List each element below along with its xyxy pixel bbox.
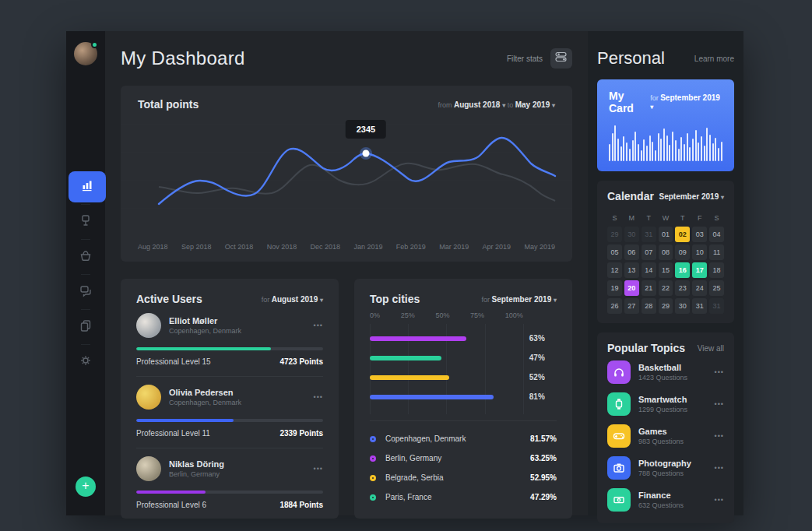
- sidebar-item-signpost[interactable]: [66, 206, 105, 237]
- user-meta: Elliot MøllerCopenhagen, Denmark: [169, 316, 314, 335]
- page-title: My Dashboard: [121, 47, 245, 69]
- filter-stats-label[interactable]: Filter stats: [507, 55, 543, 63]
- user-progress-fill: [136, 347, 271, 350]
- sidebar-item-settings[interactable]: [66, 346, 105, 378]
- calendar-day[interactable]: 22: [659, 280, 673, 296]
- topic-item[interactable]: Finance632 Questions•••: [607, 486, 724, 514]
- calendar-day[interactable]: 31: [642, 227, 656, 242]
- more-menu-icon[interactable]: •••: [314, 393, 323, 401]
- calendar-day[interactable]: 04: [709, 227, 724, 242]
- more-menu-icon[interactable]: •••: [715, 464, 724, 472]
- user-meta: Olivia PedersenCopenhagen, Denmark: [169, 388, 314, 406]
- learn-more-link[interactable]: Learn more: [694, 55, 734, 63]
- headphones-icon: [607, 360, 631, 384]
- x-axis-label: Mar 2019: [439, 243, 469, 251]
- calendar-day[interactable]: 16: [675, 262, 690, 278]
- topic-name: Games: [638, 427, 715, 436]
- legend-dot-icon: [370, 455, 376, 462]
- my-card-bar: [672, 132, 673, 161]
- calendar-day[interactable]: 24: [692, 280, 707, 296]
- period-selector[interactable]: August 2019 ▾: [272, 295, 323, 304]
- more-menu-icon[interactable]: •••: [314, 322, 323, 329]
- calendar-day[interactable]: 01: [659, 227, 673, 242]
- calendar-day[interactable]: 18: [709, 262, 724, 278]
- from-selector[interactable]: August 2018 ▾: [454, 100, 505, 109]
- sidebar-item-dashboard[interactable]: [69, 171, 106, 202]
- chevron-down-icon: ▾: [721, 194, 724, 201]
- calendar-day[interactable]: 20: [624, 280, 639, 296]
- user-avatar[interactable]: [74, 42, 97, 65]
- calendar-day[interactable]: 06: [624, 244, 639, 260]
- topic-item[interactable]: Basketball1423 Questions•••: [607, 358, 724, 386]
- calendar-day-header: S: [709, 212, 724, 224]
- x-axis-label: Sep 2018: [181, 243, 212, 251]
- my-card-bar: [701, 136, 702, 161]
- calendar-day[interactable]: 27: [624, 298, 639, 314]
- axis-tick-label: 50%: [435, 311, 449, 319]
- sidebar-item-messages[interactable]: [66, 276, 105, 308]
- calendar-day[interactable]: 30: [675, 298, 690, 314]
- add-button[interactable]: +: [76, 476, 96, 497]
- more-menu-icon[interactable]: •••: [715, 368, 724, 376]
- period-selector[interactable]: September 2019 ▾: [491, 295, 557, 304]
- topic-item[interactable]: Photography788 Questions•••: [607, 454, 724, 482]
- to-selector[interactable]: May 2019 ▾: [515, 100, 555, 109]
- calendar-period-selector[interactable]: September 2019 ▾: [659, 192, 724, 201]
- topic-item[interactable]: Smartwatch1299 Questions•••: [607, 390, 724, 418]
- calendar-day[interactable]: 11: [709, 244, 724, 260]
- legend-dot-icon: [370, 475, 376, 481]
- more-menu-icon[interactable]: •••: [715, 400, 724, 408]
- calendar-day[interactable]: 29: [659, 298, 673, 314]
- calendar-day[interactable]: 31: [692, 298, 707, 314]
- divider: [81, 274, 90, 275]
- calendar-day[interactable]: 02: [675, 227, 690, 242]
- calendar-day[interactable]: 29: [607, 227, 622, 242]
- calendar-day[interactable]: 15: [659, 262, 673, 278]
- x-axis-label: Feb 2019: [396, 243, 426, 251]
- from-label: from: [438, 101, 452, 109]
- more-menu-icon[interactable]: •••: [715, 432, 724, 440]
- calendar-day[interactable]: 07: [642, 244, 656, 260]
- filter-stats-button[interactable]: [550, 48, 572, 69]
- calendar-day[interactable]: 25: [709, 280, 724, 296]
- calendar-day[interactable]: 05: [607, 244, 622, 260]
- calendar-day[interactable]: 09: [675, 244, 690, 260]
- calendar-day[interactable]: 30: [624, 227, 639, 242]
- my-card-bar: [715, 138, 716, 161]
- my-card-bar: [643, 139, 645, 161]
- topics-list: Basketball1423 Questions•••Smartwatch129…: [607, 358, 724, 514]
- calendar-day[interactable]: 10: [692, 244, 707, 260]
- documents-icon: [79, 318, 93, 336]
- sidebar-item-documents[interactable]: [66, 311, 105, 343]
- topic-item[interactable]: Games983 Questions•••: [607, 422, 724, 450]
- calendar-day[interactable]: 14: [642, 262, 656, 278]
- calendar-day[interactable]: 31: [709, 298, 724, 314]
- my-card-bar: [698, 142, 699, 161]
- legend-city-value: 52.95%: [530, 473, 557, 482]
- my-card-bar: [680, 137, 682, 161]
- calendar-day[interactable]: 26: [607, 298, 622, 314]
- view-all-link[interactable]: View all: [698, 344, 724, 353]
- x-axis-label: Apr 2019: [483, 243, 511, 251]
- user-location: Berlin, Germany: [169, 470, 314, 478]
- more-menu-icon[interactable]: •••: [715, 496, 724, 504]
- calendar-card: Calendar September 2019 ▾ SMTWTFS2930310…: [597, 181, 734, 323]
- chevron-down-icon: ▾: [320, 297, 323, 304]
- calendar-day[interactable]: 17: [692, 262, 707, 278]
- calendar-day[interactable]: 21: [642, 280, 656, 296]
- city-bar-value: 81%: [529, 392, 545, 401]
- calendar-day[interactable]: 28: [642, 298, 656, 314]
- calendar-day[interactable]: 23: [675, 280, 690, 296]
- more-menu-icon[interactable]: •••: [314, 465, 323, 473]
- sidebar-item-basket[interactable]: [66, 241, 105, 273]
- calendar-day[interactable]: 13: [624, 262, 639, 278]
- x-axis-label: May 2019: [524, 243, 555, 251]
- calendar-day[interactable]: 19: [607, 280, 622, 296]
- axis-tick-label: 100%: [505, 311, 523, 319]
- line-chart[interactable]: 2345: [121, 118, 572, 235]
- calendar-day[interactable]: 12: [607, 262, 622, 278]
- calendar-day[interactable]: 08: [659, 244, 673, 260]
- calendar-day[interactable]: 03: [692, 227, 707, 242]
- city-bar-row: 63%: [370, 329, 557, 348]
- period-selector[interactable]: September 2019 ▾: [650, 93, 720, 111]
